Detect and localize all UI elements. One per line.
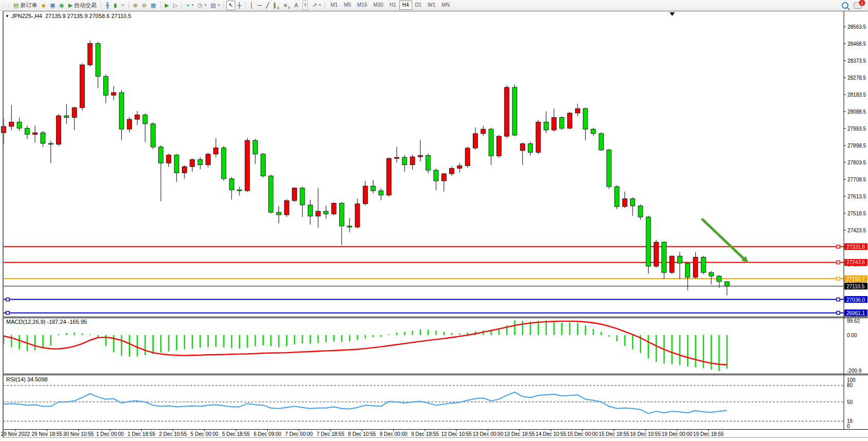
crosshair-icon[interactable]: ┼ [235, 1, 244, 10]
text-icon[interactable]: A [292, 1, 300, 10]
toolbar-separator [160, 2, 161, 9]
autoscroll-icon[interactable]: ▶ [163, 1, 171, 10]
toolbar: ⋮⋮ ▤新订单◆▣◉▶自动交易╫▮~⊕⊖▦▶▷+▾◷▾▧▾↖┼│─╱∥E≡FAT… [0, 0, 868, 11]
symbol-ohlc-line[interactable]: ▼JPN225-,H4 27135.9 27135.9 27058.6 2711… [5, 13, 131, 19]
candle [512, 87, 517, 135]
timeframe-h4[interactable]: H4 [399, 1, 412, 10]
fibonacci-icon[interactable]: ≡F [282, 1, 292, 10]
macd-pane[interactable] [4, 320, 727, 371]
price-pane[interactable] [2, 12, 844, 315]
candle [717, 276, 722, 282]
candle [441, 174, 446, 181]
candle [631, 199, 635, 206]
candle [457, 166, 462, 168]
zoom-out-icon[interactable]: ⊖ [140, 1, 149, 10]
chart-canvas[interactable]: 28563.528468.528373.528278.528183.528088… [0, 0, 868, 441]
templates-button-dropdown-icon[interactable]: ▾ [218, 3, 220, 7]
candle [552, 118, 557, 130]
text-icon: A [294, 1, 298, 10]
zoom-in-icon[interactable]: ⊕ [131, 1, 140, 10]
line-handle[interactable] [837, 311, 840, 315]
templates-button[interactable]: ▧▾ [209, 1, 222, 10]
timeframe-mn[interactable]: MN [438, 1, 453, 10]
text-label-icon[interactable]: T [300, 1, 310, 10]
arrows-icon-dropdown-icon[interactable]: ▾ [319, 3, 321, 7]
mql5-community-icon[interactable]: ◆ [39, 1, 47, 10]
trendline-icon[interactable]: ╱ [264, 1, 271, 10]
price-tick-label: 27518.5 [847, 211, 866, 216]
candlestick-chart-icon[interactable]: ▮ [112, 1, 119, 10]
candle [127, 119, 132, 129]
new-order-button[interactable]: ▤新订单 [11, 1, 39, 10]
horizontal-line-icon: ─ [257, 1, 262, 10]
candle [167, 155, 171, 163]
crosshair-icon: ┼ [237, 1, 242, 10]
timeframe-m5[interactable]: M5 [341, 1, 354, 10]
periods-button[interactable]: ◷▾ [195, 1, 208, 10]
candle [276, 212, 281, 215]
price-tick-label: 28088.5 [847, 109, 866, 115]
line-handle[interactable] [837, 261, 840, 264]
toolbar-separator [224, 2, 224, 9]
timeframe-m1[interactable]: M1 [327, 1, 341, 10]
date-label: 5 Dec 00:00 [191, 431, 218, 437]
indicators-button-dropdown-icon[interactable]: ▾ [192, 3, 194, 7]
symbol-dropdown-icon[interactable]: ▼ [5, 14, 9, 19]
date-label: 29 Nov 18:55 [32, 431, 63, 437]
candle [379, 191, 383, 195]
equidistant-channel-icon[interactable]: ∥E [271, 1, 282, 10]
timeframe-m30[interactable]: M30 [370, 1, 386, 10]
line-handle[interactable] [837, 277, 840, 280]
arrows-icon[interactable]: ↗▾ [310, 1, 323, 10]
line-handle[interactable] [6, 311, 9, 315]
candle [481, 129, 486, 134]
signals-icon[interactable]: ◉ [57, 1, 66, 10]
price-tick-label: 27613.5 [847, 194, 866, 199]
indicators-button[interactable]: +▾ [184, 1, 195, 10]
metaeditor-icon[interactable]: ▣ [48, 1, 57, 10]
candle [174, 155, 179, 173]
candle [245, 140, 250, 191]
search-icon[interactable] [842, 2, 848, 9]
vertical-line-icon[interactable]: │ [248, 1, 255, 10]
price-tag-label: 26961.1 [846, 310, 865, 316]
candle [135, 115, 140, 119]
tile-windows-icon[interactable]: ▦ [149, 1, 158, 10]
price-tag-label: 27243.6 [846, 260, 865, 265]
candle [48, 143, 53, 144]
trend-arrow[interactable] [703, 219, 744, 259]
timeframe-m15[interactable]: M15 [354, 1, 370, 10]
cursor-icon[interactable]: ↖ [226, 1, 235, 10]
date-label: 15 Dec 00:00 [567, 431, 598, 437]
candle [386, 158, 391, 195]
date-label: 19 Dec 00:00 [662, 431, 693, 437]
chart-shift-icon[interactable]: ▷ [171, 1, 179, 10]
price-tick-label: 28278.5 [847, 75, 866, 81]
bar-chart-icon[interactable]: ╫ [103, 1, 112, 10]
rsi-line [4, 392, 727, 414]
date-label: 5 Dec 18:55 [222, 431, 250, 437]
timeframe-h1[interactable]: H1 [386, 1, 399, 10]
rsi-pane[interactable] [3, 385, 844, 421]
candle [583, 108, 588, 129]
horizontal-line-icon[interactable]: ─ [255, 1, 264, 10]
timeframe-w1[interactable]: W1 [424, 1, 438, 10]
candle [33, 133, 38, 134]
autotrading-button[interactable]: ▶自动交易 [66, 1, 99, 10]
price-tick-label: 27993.5 [847, 126, 866, 132]
candle [284, 200, 289, 215]
candle [473, 134, 478, 148]
timeframe-d1[interactable]: D1 [412, 1, 425, 10]
candle [88, 43, 93, 65]
candle [371, 186, 376, 191]
line-handle[interactable] [837, 245, 840, 248]
line-chart-icon[interactable]: ~ [119, 1, 126, 10]
toolbar-grip[interactable]: ⋮⋮ [3, 3, 10, 8]
notifications-icon[interactable]: 1 [854, 2, 862, 9]
line-handle[interactable] [837, 298, 840, 301]
candle [591, 129, 596, 134]
vertical-line-icon: │ [250, 1, 253, 10]
line-handle[interactable] [6, 298, 9, 301]
periods-button-dropdown-icon[interactable]: ▾ [205, 3, 207, 7]
periods-button: ◷ [197, 1, 202, 10]
